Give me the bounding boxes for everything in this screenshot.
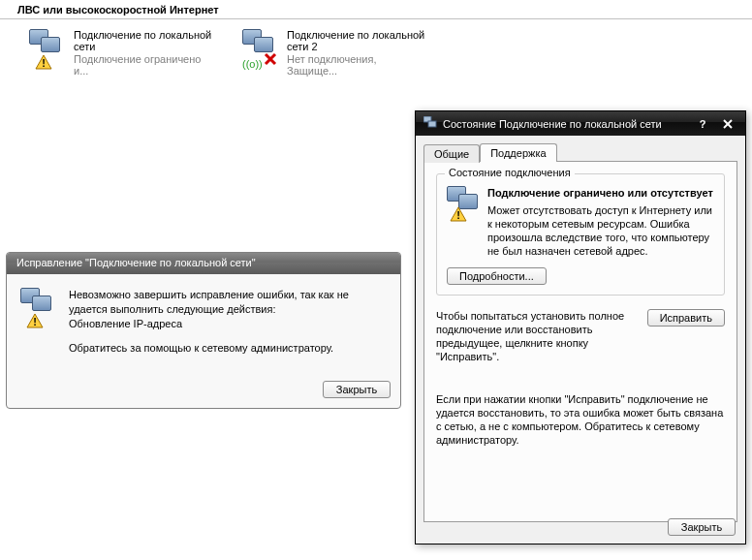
connection-status: Нет подключения, Защище... xyxy=(287,53,426,77)
network-icon: ((o)) xyxy=(242,29,281,68)
status-dialog-title: Состояние Подключение по локальной сети xyxy=(443,118,687,130)
section-header: ЛВС или высокоскоростной Интернет xyxy=(0,0,752,19)
connection-status: Подключение ограничено и... xyxy=(74,53,213,77)
close-button[interactable]: Закрыть xyxy=(668,518,736,536)
connections-row: ! Подключение по локальной сети Подключе… xyxy=(0,19,752,86)
connection-item-1[interactable]: ! Подключение по локальной сети Подключе… xyxy=(29,29,213,77)
section-title: ЛВС или высокоскоростной Интернет xyxy=(17,4,219,16)
svg-text:!: ! xyxy=(42,57,46,69)
svg-rect-7 xyxy=(428,121,436,127)
repair-dialog-title: Исправление "Подключение по локальной се… xyxy=(16,257,256,268)
tab-label: Общие xyxy=(434,148,469,160)
wireless-icon: ((o)) xyxy=(242,58,263,70)
status-dialog: Состояние Подключение по локальной сети … xyxy=(415,110,746,544)
close-icon[interactable] xyxy=(718,116,737,132)
network-icon: ! xyxy=(29,29,68,68)
repair-hint: Чтобы попытаться установить полное подкл… xyxy=(436,309,636,363)
network-warning-icon: ! xyxy=(20,288,59,327)
connection-name: Подключение по локальной сети 2 xyxy=(287,29,426,52)
status-heading: Подключение ограничено или отсутствует xyxy=(487,186,714,200)
note-text: Если при нажатии кнопки "Исправить" подк… xyxy=(436,392,725,447)
tab-label: Поддержка xyxy=(490,147,546,159)
close-button[interactable]: Закрыть xyxy=(323,381,391,398)
connection-name: Подключение по локальной сети xyxy=(74,29,213,52)
repair-line1: Невозможно завершить исправление ошибки,… xyxy=(69,289,349,315)
repair-dialog-body: ! Невозможно завершить исправление ошибк… xyxy=(7,274,400,375)
warning-triangle-icon: ! xyxy=(35,54,52,70)
tab-panel: Состояние подключения ! Подключ xyxy=(423,161,737,522)
tab-support[interactable]: Поддержка xyxy=(480,143,556,162)
group-title: Состояние подключения xyxy=(445,167,575,178)
status-description: Может отсутствовать доступ к Интернету и… xyxy=(487,203,714,258)
repair-line2: Обновление IP-адреса xyxy=(69,318,182,329)
tab-general[interactable]: Общие xyxy=(423,144,480,163)
status-titlebar[interactable]: Состояние Подключение по локальной сети … xyxy=(416,111,745,136)
connection-item-2[interactable]: ((o)) Подключение по локальной сети 2 Не… xyxy=(242,29,426,77)
tabs-area: Общие Поддержка Состояние подключения xyxy=(416,136,745,522)
help-button[interactable]: ? xyxy=(693,116,712,132)
error-x-icon xyxy=(264,52,277,66)
svg-text:!: ! xyxy=(456,209,460,221)
svg-text:!: ! xyxy=(33,316,37,327)
repair-dialog-titlebar[interactable]: Исправление "Подключение по локальной се… xyxy=(7,253,400,274)
repair-line3: Обратитесь за помощью к сетевому админис… xyxy=(69,341,387,356)
network-status-icon xyxy=(423,116,437,132)
connection-status-group: Состояние подключения ! Подключ xyxy=(436,173,725,296)
network-warning-icon: ! xyxy=(447,186,480,219)
repair-button[interactable]: Исправить xyxy=(647,309,725,327)
details-button[interactable]: Подробности... xyxy=(447,267,547,285)
repair-dialog: Исправление "Подключение по локальной се… xyxy=(6,252,401,409)
